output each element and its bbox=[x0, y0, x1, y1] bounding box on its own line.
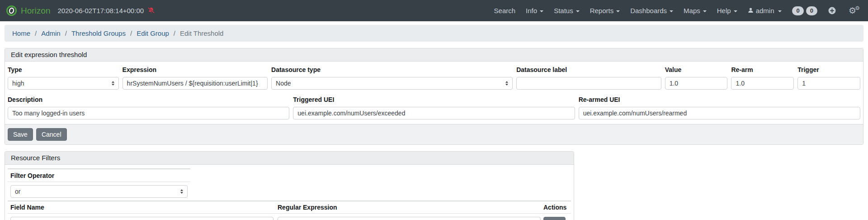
triggered-uei-label: Triggered UEI bbox=[293, 96, 575, 103]
nav-item-user[interactable]: admin bbox=[748, 7, 782, 14]
actions-header: Actions bbox=[541, 201, 571, 214]
nav-item-dashboards[interactable]: Dashboards bbox=[630, 7, 673, 14]
trigger-label: Trigger bbox=[797, 66, 860, 73]
gears-icon[interactable]: ⚙⚙ bbox=[849, 6, 860, 15]
save-button[interactable]: Save bbox=[8, 128, 33, 141]
select-updown-icon bbox=[505, 81, 508, 86]
filter-operator-label: Filter Operator bbox=[8, 169, 190, 182]
caret-down-icon bbox=[616, 10, 620, 12]
filters-table-header: Field Name Regular Expression Actions bbox=[8, 201, 571, 214]
rearmed-uei-label: Re-armed UEI bbox=[579, 96, 860, 103]
notification-badges: 0 0 bbox=[792, 6, 817, 15]
caret-down-icon bbox=[540, 10, 543, 12]
nav-item-info[interactable]: Info bbox=[526, 7, 543, 14]
breadcrumb: Home / Admin / Threshold Groups / Edit G… bbox=[5, 25, 863, 42]
navbar-menu: Search Info Status Reports Dashboards Ma… bbox=[494, 6, 860, 15]
notice-count-badge[interactable]: 0 bbox=[792, 6, 803, 15]
nav-item-help[interactable]: Help bbox=[717, 7, 737, 14]
nav-item-search[interactable]: Search bbox=[494, 7, 516, 14]
caret-down-icon bbox=[670, 10, 673, 12]
datasource-label-label: Datasource label bbox=[516, 66, 661, 73]
description-label: Description bbox=[8, 96, 289, 103]
cancel-button[interactable]: Cancel bbox=[36, 128, 67, 141]
top-navbar: Horizon 2020-06-02T17:08:14+00:00 Search… bbox=[0, 0, 868, 21]
select-updown-icon bbox=[112, 81, 114, 86]
bell-slash-icon[interactable] bbox=[147, 7, 155, 14]
plus-circle-icon[interactable] bbox=[828, 6, 836, 15]
card-title: Edit expression threshold bbox=[5, 48, 863, 62]
value-input[interactable] bbox=[665, 77, 728, 90]
field-name-input[interactable] bbox=[10, 217, 274, 220]
navbar-timestamp: 2020-06-02T17:08:14+00:00 bbox=[57, 7, 144, 14]
user-icon bbox=[748, 7, 754, 14]
value-label: Value bbox=[665, 66, 728, 73]
type-select[interactable]: high bbox=[8, 77, 119, 90]
threshold-form-row-1: Type high Expression Datasource type Nod… bbox=[8, 65, 860, 90]
nav-item-reports[interactable]: Reports bbox=[590, 7, 620, 14]
breadcrumb-edit-group[interactable]: Edit Group bbox=[137, 29, 169, 37]
description-input[interactable] bbox=[8, 107, 289, 120]
expression-label: Expression bbox=[123, 66, 268, 73]
breadcrumb-separator: / bbox=[130, 29, 132, 37]
type-label: Type bbox=[8, 66, 119, 73]
caret-down-icon bbox=[703, 10, 707, 12]
resource-filters-card: Resource Filters Filter Operator or Fiel… bbox=[5, 151, 574, 220]
trigger-input[interactable] bbox=[797, 77, 860, 90]
nav-item-maps[interactable]: Maps bbox=[684, 7, 707, 14]
datasource-label-input[interactable] bbox=[516, 77, 661, 90]
breadcrumb-separator: / bbox=[174, 29, 175, 37]
rearm-input[interactable] bbox=[731, 77, 794, 90]
filter-operator-select[interactable]: or bbox=[10, 185, 188, 198]
rearmed-uei-input[interactable] bbox=[579, 107, 860, 120]
breadcrumb-admin[interactable]: Admin bbox=[41, 29, 61, 37]
breadcrumb-separator: / bbox=[65, 29, 67, 37]
triggered-uei-input[interactable] bbox=[293, 107, 575, 120]
select-updown-icon bbox=[180, 189, 183, 194]
caret-down-icon bbox=[778, 10, 782, 12]
threshold-form-row-2: Description Triggered UEI Re-armed UEI bbox=[8, 95, 860, 120]
edit-threshold-card: Edit expression threshold Type high Expr… bbox=[5, 48, 863, 145]
caret-down-icon bbox=[576, 10, 580, 12]
datasource-type-label: Datasource type bbox=[271, 66, 513, 73]
regular-expression-header: Regular Expression bbox=[275, 201, 541, 214]
brand-group: Horizon 2020-06-02T17:08:14+00:00 bbox=[6, 5, 155, 16]
breadcrumb-home[interactable]: Home bbox=[12, 29, 30, 37]
expression-input[interactable] bbox=[123, 77, 268, 90]
caret-down-icon bbox=[734, 10, 737, 12]
field-name-header: Field Name bbox=[8, 201, 275, 214]
filter-operator-section: Filter Operator or bbox=[8, 168, 190, 201]
breadcrumb-separator: / bbox=[35, 29, 37, 37]
brand-link[interactable]: Horizon bbox=[21, 6, 50, 16]
filters-table-row: Add bbox=[8, 214, 571, 220]
filters-body: Filter Operator or Field Name Regular Ex… bbox=[5, 165, 574, 220]
datasource-type-select[interactable]: Node bbox=[271, 77, 513, 90]
opennms-logo-icon[interactable] bbox=[6, 5, 17, 16]
outage-count-badge[interactable]: 0 bbox=[806, 6, 817, 15]
threshold-form: Type high Expression Datasource type Nod… bbox=[5, 62, 863, 124]
breadcrumb-threshold-groups[interactable]: Threshold Groups bbox=[71, 29, 126, 37]
rearm-label: Re-arm bbox=[731, 66, 794, 73]
add-button[interactable]: Add bbox=[543, 217, 566, 220]
filters-card-title: Resource Filters bbox=[5, 152, 574, 165]
filters-table: Field Name Regular Expression Actions Ad… bbox=[8, 201, 571, 220]
threshold-card-footer: Save Cancel bbox=[5, 124, 863, 144]
nav-item-status[interactable]: Status bbox=[554, 7, 580, 14]
regex-input[interactable] bbox=[278, 217, 541, 220]
breadcrumb-edit-threshold: Edit Threshold bbox=[180, 29, 223, 37]
